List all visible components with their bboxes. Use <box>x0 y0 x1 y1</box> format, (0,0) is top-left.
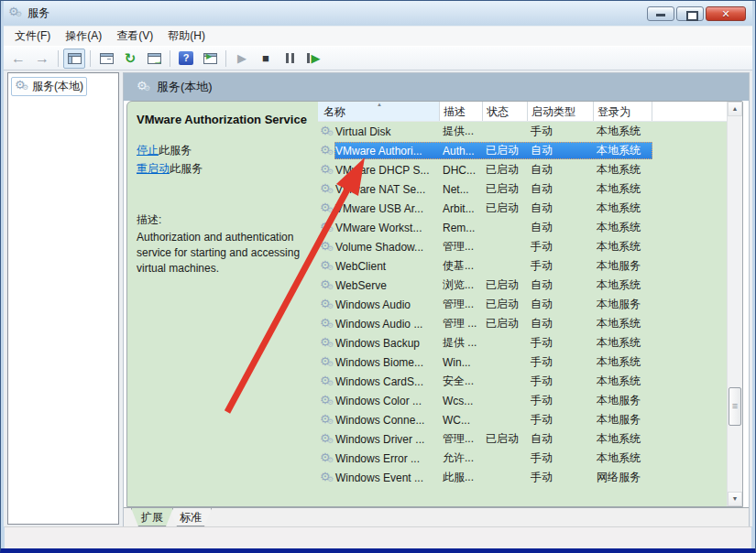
cell-status: 已启动 <box>483 162 528 178</box>
scroll-down-button[interactable]: ▼ <box>728 492 742 506</box>
window-title: 服务 <box>27 5 49 21</box>
column-header-description[interactable]: 描述 <box>440 102 483 121</box>
start-icon: ▶ <box>237 52 247 64</box>
stop-icon: ■ <box>262 52 269 64</box>
show-console-tree-button[interactable] <box>63 49 85 69</box>
sort-ascending-icon: ▲ <box>377 102 382 107</box>
restart-service-link[interactable]: 重启动 <box>137 162 170 175</box>
stop-service-button[interactable]: ■ <box>255 49 277 69</box>
service-gear-icon <box>320 433 334 447</box>
export-list-button[interactable]: → <box>143 49 165 69</box>
menu-item[interactable]: 帮助(H) <box>160 27 213 46</box>
service-description: Authorization and authentication service… <box>137 230 314 276</box>
table-row[interactable]: VMware DHCP S... DHC... 已启动 自动 本地系统 <box>318 160 727 179</box>
table-row[interactable]: WebServe 浏览... 已启动 自动 本地系统 <box>318 276 727 295</box>
back-button[interactable]: ← <box>7 49 29 69</box>
table-row[interactable]: Windows Color ... Wcs... 手动 本地服务 <box>318 391 727 410</box>
table-row[interactable]: Windows Backup 提供 ... 手动 本地系统 <box>318 333 727 352</box>
cell-name: VMware DHCP S... <box>334 164 440 177</box>
column-header-name[interactable]: 名称▲ <box>318 102 440 121</box>
cell-status: 已启动 <box>483 143 528 158</box>
cell-startup-type: 自动 <box>528 143 594 158</box>
restart-service-line: 重启动此服务 <box>137 159 311 178</box>
table-row[interactable]: Windows Event ... 此服... 手动 网络服务 <box>318 468 727 487</box>
stop-service-link[interactable]: 停止 <box>137 144 159 157</box>
service-action-links: 停止此服务 重启动此服务 <box>137 141 311 178</box>
column-header-logon-as[interactable]: 登录为 <box>594 102 652 121</box>
tab-standard[interactable]: 标准 <box>170 508 212 526</box>
scroll-up-button[interactable]: ▲ <box>728 102 742 116</box>
title-bar: 服务 <box>4 1 752 26</box>
cell-name: Windows Error ... <box>334 452 440 465</box>
close-button[interactable] <box>706 6 746 21</box>
service-gear-icon <box>320 298 334 312</box>
view-tabs: 扩展 标准 <box>124 507 749 526</box>
cell-logon-as: 本地服务 <box>594 412 652 428</box>
table-row[interactable]: VMware NAT Se... Net... 已启动 自动 本地系统 <box>318 179 727 199</box>
content-area: 服务(本地) 服务(本地) VMware Authorization Servi… <box>4 70 752 526</box>
column-header-status[interactable]: 状态 <box>483 102 528 121</box>
cell-logon-as: 本地系统 <box>594 354 652 370</box>
table-row[interactable]: Windows Error ... 允许... 手动 本地系统 <box>318 449 727 468</box>
restart-suffix-text: 此服务 <box>170 162 203 175</box>
scrollbar-thumb[interactable] <box>729 387 741 426</box>
table-row[interactable]: VMware USB Ar... Arbit... 已启动 自动 本地系统 <box>318 199 727 218</box>
properties-button[interactable] <box>95 49 117 69</box>
vertical-scrollbar[interactable]: ▲ ▼ <box>727 102 742 506</box>
cell-description: 使基... <box>440 258 483 274</box>
table-row[interactable]: Windows Conne... WC... 手动 本地服务 <box>318 410 727 429</box>
view-button[interactable]: ▶ <box>199 49 221 69</box>
window-controls <box>647 6 748 21</box>
start-service-button[interactable]: ▶ <box>231 49 253 69</box>
table-row[interactable]: Windows Audio ... 管理 ... 已启动 自动 本地系统 <box>318 314 727 333</box>
tab-extended[interactable]: 扩展 <box>131 508 173 526</box>
cell-startup-type: 自动 <box>528 316 594 331</box>
toolbar-separator <box>90 50 91 67</box>
scrollbar-track[interactable] <box>728 116 742 492</box>
cell-description: Arbit... <box>440 202 483 215</box>
row-cells: Windows Conne... WC... 手动 本地服务 <box>334 411 652 428</box>
column-header-startup-type[interactable]: 启动类型 <box>528 102 594 121</box>
cell-startup-type: 手动 <box>528 412 594 428</box>
table-row[interactable]: Windows Biome... Win... 手动 本地系统 <box>318 352 727 372</box>
service-gear-icon <box>320 202 334 216</box>
cell-description: 管理... <box>440 297 483 312</box>
table-row[interactable]: Virtual Disk 提供... 手动 本地系统 <box>318 122 727 141</box>
forward-button[interactable]: → <box>31 49 53 69</box>
table-row[interactable]: Windows Audio 管理... 已启动 自动 本地服务 <box>318 295 727 314</box>
menu-item[interactable]: 操作(A) <box>58 27 109 46</box>
service-gear-icon <box>320 356 334 370</box>
menu-item[interactable]: 查看(V) <box>109 27 160 46</box>
pause-service-button[interactable] <box>279 49 301 69</box>
table-row[interactable]: WebClient 使基... 手动 本地服务 <box>318 256 727 276</box>
maximize-button[interactable] <box>676 6 704 21</box>
console-tree-icon <box>68 53 82 64</box>
table-row[interactable]: VMware Authori... Auth... 已启动 自动 本地系统 <box>318 141 727 160</box>
service-gear-icon <box>320 375 334 389</box>
menu-item[interactable]: 文件(F) <box>7 27 58 46</box>
cell-name: Virtual Disk <box>334 125 440 138</box>
refresh-button[interactable]: ↻ <box>119 49 141 69</box>
cell-logon-as: 本地系统 <box>594 431 652 447</box>
row-cells: WebServe 浏览... 已启动 自动 本地系统 <box>334 276 652 294</box>
cell-name: Windows Driver ... <box>334 433 440 446</box>
tree-item-services-local[interactable]: 服务(本地) <box>11 77 87 96</box>
service-gear-icon <box>320 395 334 408</box>
table-row[interactable]: Windows Driver ... 管理... 已启动 自动 本地系统 <box>318 429 727 449</box>
minimize-button[interactable] <box>647 6 674 21</box>
view-play-icon: ▶ <box>206 53 212 60</box>
table-row[interactable]: VMware Workst... Rem... 自动 本地系统 <box>318 218 727 237</box>
row-cells: WebClient 使基... 手动 本地服务 <box>334 257 652 275</box>
cell-logon-as: 本地系统 <box>594 220 652 235</box>
cell-description: DHC... <box>440 164 483 177</box>
restart-service-button[interactable]: ▶ <box>302 49 324 69</box>
service-gear-icon <box>320 125 334 139</box>
row-cells: Windows Driver ... 管理... 已启动 自动 本地系统 <box>334 430 652 448</box>
pause-icon <box>286 53 294 63</box>
help-button[interactable]: ? <box>175 49 197 69</box>
cell-name: Windows Conne... <box>334 414 440 427</box>
cell-description: Wcs... <box>440 395 483 407</box>
table-row[interactable]: Windows CardS... 安全... 手动 本地系统 <box>318 372 727 391</box>
service-gear-icon <box>320 472 334 485</box>
table-row[interactable]: Volume Shadow... 管理... 手动 本地系统 <box>318 237 727 256</box>
